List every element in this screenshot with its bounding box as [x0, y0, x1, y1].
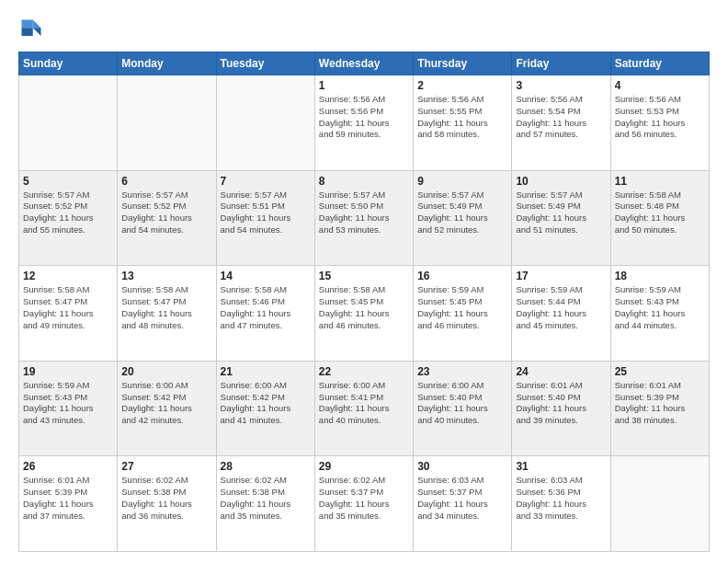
day-info: Sunrise: 5:59 AMSunset: 5:44 PMDaylight:… — [516, 284, 606, 331]
day-info: Sunrise: 6:00 AMSunset: 5:41 PMDaylight:… — [319, 380, 409, 427]
day-number: 22 — [319, 365, 409, 378]
svg-marker-0 — [33, 20, 41, 29]
day-number: 6 — [121, 175, 211, 188]
day-info: Sunrise: 5:56 AMSunset: 5:55 PMDaylight:… — [417, 94, 507, 141]
calendar-cell — [19, 75, 118, 171]
day-number: 21 — [221, 365, 311, 378]
calendar-cell: 7Sunrise: 5:57 AMSunset: 5:51 PMDaylight… — [216, 170, 314, 266]
calendar-table: SundayMondayTuesdayWednesdayThursdayFrid… — [18, 52, 710, 552]
calendar-cell: 20Sunrise: 6:00 AMSunset: 5:42 PMDayligh… — [118, 361, 216, 456]
calendar-cell: 9Sunrise: 5:57 AMSunset: 5:49 PMDaylight… — [414, 170, 512, 266]
col-header-saturday: Saturday — [610, 52, 709, 75]
col-header-thursday: Thursday — [414, 52, 512, 75]
day-number: 3 — [516, 79, 606, 92]
day-number: 7 — [221, 175, 311, 188]
day-number: 8 — [319, 175, 409, 188]
day-info: Sunrise: 5:58 AMSunset: 5:48 PMDaylight:… — [615, 190, 705, 236]
day-info: Sunrise: 6:01 AMSunset: 5:39 PMDaylight:… — [23, 475, 113, 522]
page: SundayMondayTuesdayWednesdayThursdayFrid… — [0, 0, 728, 563]
day-info: Sunrise: 5:56 AMSunset: 5:54 PMDaylight:… — [516, 94, 606, 141]
calendar-cell: 3Sunrise: 5:56 AMSunset: 5:54 PMDaylight… — [512, 75, 610, 171]
calendar-cell: 18Sunrise: 5:59 AMSunset: 5:43 PMDayligh… — [610, 266, 709, 362]
day-number: 4 — [615, 79, 705, 92]
day-number: 18 — [615, 270, 705, 282]
svg-rect-3 — [22, 28, 33, 36]
day-info: Sunrise: 6:02 AMSunset: 5:38 PMDaylight:… — [221, 475, 311, 522]
day-info: Sunrise: 5:57 AMSunset: 5:50 PMDaylight:… — [319, 190, 409, 236]
day-number: 11 — [615, 175, 705, 188]
calendar-cell: 24Sunrise: 6:01 AMSunset: 5:40 PMDayligh… — [512, 361, 610, 456]
day-number: 10 — [516, 175, 606, 188]
svg-marker-1 — [33, 28, 41, 36]
calendar-cell: 30Sunrise: 6:03 AMSunset: 5:37 PMDayligh… — [414, 456, 512, 552]
day-number: 1 — [319, 79, 409, 92]
day-info: Sunrise: 5:57 AMSunset: 5:51 PMDaylight:… — [221, 190, 311, 236]
calendar-cell: 14Sunrise: 5:58 AMSunset: 5:46 PMDayligh… — [216, 266, 314, 362]
day-info: Sunrise: 6:03 AMSunset: 5:37 PMDaylight:… — [417, 475, 507, 522]
calendar-cell: 25Sunrise: 6:01 AMSunset: 5:39 PMDayligh… — [610, 361, 709, 456]
day-info: Sunrise: 5:57 AMSunset: 5:52 PMDaylight:… — [23, 190, 113, 236]
calendar-cell: 22Sunrise: 6:00 AMSunset: 5:41 PMDayligh… — [314, 361, 413, 456]
day-info: Sunrise: 5:59 AMSunset: 5:45 PMDaylight:… — [417, 284, 507, 331]
day-number: 5 — [23, 175, 113, 188]
logo — [18, 17, 48, 42]
calendar-cell: 16Sunrise: 5:59 AMSunset: 5:45 PMDayligh… — [414, 266, 512, 362]
day-number: 2 — [417, 79, 507, 92]
day-number: 29 — [319, 460, 409, 473]
day-number: 16 — [417, 270, 507, 282]
calendar-cell: 6Sunrise: 5:57 AMSunset: 5:52 PMDaylight… — [118, 170, 216, 266]
day-info: Sunrise: 5:58 AMSunset: 5:46 PMDaylight:… — [221, 284, 311, 331]
day-info: Sunrise: 6:00 AMSunset: 5:42 PMDaylight:… — [121, 380, 211, 427]
day-number: 15 — [319, 270, 409, 282]
day-number: 31 — [516, 460, 606, 473]
day-number: 12 — [23, 270, 113, 282]
calendar-cell: 28Sunrise: 6:02 AMSunset: 5:38 PMDayligh… — [216, 456, 314, 552]
calendar-cell: 27Sunrise: 6:02 AMSunset: 5:38 PMDayligh… — [118, 456, 216, 552]
calendar-cell: 29Sunrise: 6:02 AMSunset: 5:37 PMDayligh… — [314, 456, 413, 552]
day-info: Sunrise: 6:02 AMSunset: 5:38 PMDaylight:… — [121, 475, 211, 522]
day-info: Sunrise: 5:57 AMSunset: 5:52 PMDaylight:… — [121, 190, 211, 236]
calendar-cell: 10Sunrise: 5:57 AMSunset: 5:49 PMDayligh… — [512, 170, 610, 266]
day-info: Sunrise: 5:56 AMSunset: 5:53 PMDaylight:… — [615, 94, 705, 141]
calendar-cell: 19Sunrise: 5:59 AMSunset: 5:43 PMDayligh… — [19, 361, 118, 456]
day-info: Sunrise: 6:01 AMSunset: 5:39 PMDaylight:… — [615, 380, 705, 427]
day-info: Sunrise: 5:57 AMSunset: 5:49 PMDaylight:… — [516, 190, 606, 236]
day-number: 26 — [23, 460, 113, 473]
day-number: 25 — [615, 365, 705, 378]
svg-rect-2 — [22, 20, 33, 29]
day-number: 17 — [516, 270, 606, 282]
col-header-tuesday: Tuesday — [216, 52, 314, 75]
calendar-cell: 21Sunrise: 6:00 AMSunset: 5:42 PMDayligh… — [216, 361, 314, 456]
day-number: 13 — [121, 270, 211, 282]
calendar-cell: 31Sunrise: 6:03 AMSunset: 5:36 PMDayligh… — [512, 456, 610, 552]
day-number: 30 — [417, 460, 507, 473]
day-info: Sunrise: 6:00 AMSunset: 5:40 PMDaylight:… — [417, 380, 507, 427]
day-info: Sunrise: 5:58 AMSunset: 5:47 PMDaylight:… — [121, 284, 211, 331]
day-number: 14 — [221, 270, 311, 282]
calendar-cell — [610, 456, 709, 552]
header — [18, 17, 710, 42]
day-number: 19 — [23, 365, 113, 378]
day-number: 23 — [417, 365, 507, 378]
day-info: Sunrise: 6:03 AMSunset: 5:36 PMDaylight:… — [516, 475, 606, 522]
col-header-sunday: Sunday — [19, 52, 118, 75]
calendar-cell: 26Sunrise: 6:01 AMSunset: 5:39 PMDayligh… — [19, 456, 118, 552]
calendar-cell: 15Sunrise: 5:58 AMSunset: 5:45 PMDayligh… — [314, 266, 413, 362]
day-info: Sunrise: 5:57 AMSunset: 5:49 PMDaylight:… — [417, 190, 507, 236]
day-info: Sunrise: 6:00 AMSunset: 5:42 PMDaylight:… — [221, 380, 311, 427]
col-header-friday: Friday — [512, 52, 610, 75]
calendar-cell: 12Sunrise: 5:58 AMSunset: 5:47 PMDayligh… — [19, 266, 118, 362]
logo-icon — [18, 17, 44, 42]
calendar-cell: 1Sunrise: 5:56 AMSunset: 5:56 PMDaylight… — [314, 75, 413, 171]
calendar-cell: 4Sunrise: 5:56 AMSunset: 5:53 PMDaylight… — [610, 75, 709, 171]
day-number: 24 — [516, 365, 606, 378]
day-info: Sunrise: 5:58 AMSunset: 5:45 PMDaylight:… — [319, 284, 409, 331]
day-number: 20 — [121, 365, 211, 378]
day-info: Sunrise: 5:59 AMSunset: 5:43 PMDaylight:… — [615, 284, 705, 331]
calendar-cell: 13Sunrise: 5:58 AMSunset: 5:47 PMDayligh… — [118, 266, 216, 362]
day-info: Sunrise: 5:58 AMSunset: 5:47 PMDaylight:… — [23, 284, 113, 331]
day-info: Sunrise: 6:02 AMSunset: 5:37 PMDaylight:… — [319, 475, 409, 522]
calendar-cell: 8Sunrise: 5:57 AMSunset: 5:50 PMDaylight… — [314, 170, 413, 266]
day-number: 27 — [121, 460, 211, 473]
day-number: 28 — [221, 460, 311, 473]
